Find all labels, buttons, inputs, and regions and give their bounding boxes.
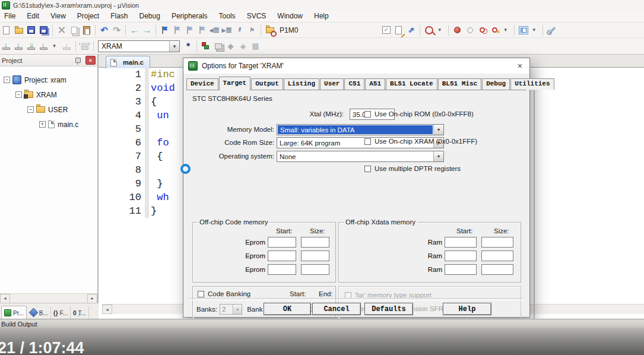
comment-icon[interactable]: //: [234, 24, 245, 36]
checkbox-icon[interactable]: [364, 166, 371, 172]
wrench-icon[interactable]: [546, 24, 557, 36]
dropdown-icon[interactable]: ▾: [433, 151, 443, 161]
code-banking-checkbox[interactable]: Code Banking: [198, 290, 250, 297]
dialog-close-icon[interactable]: ×: [515, 61, 525, 71]
unindent-icon[interactable]: ◂≣: [209, 24, 220, 36]
save-icon[interactable]: [26, 24, 37, 36]
ram-start-input[interactable]: [445, 251, 477, 261]
tree-item-target[interactable]: − XRAM: [0, 87, 97, 102]
tab-templates[interactable]: 0T...: [71, 306, 89, 319]
find-in-files-icon[interactable]: [264, 24, 275, 36]
scroll-right-icon[interactable]: ▸: [87, 294, 97, 303]
file-properties-icon[interactable]: [393, 24, 404, 36]
magnifier-dropdown-icon[interactable]: ▾: [434, 24, 445, 36]
tree-item-group[interactable]: − USER: [0, 102, 97, 117]
undo-icon[interactable]: ↶: [99, 24, 110, 36]
close-panel-icon[interactable]: ×: [85, 56, 96, 65]
project-horizontal-scrollbar[interactable]: ◂ ▸: [0, 293, 97, 303]
breakpoint-dropdown-icon[interactable]: ▾: [500, 24, 511, 36]
view-magnifier-icon[interactable]: [423, 24, 434, 36]
expand-icon[interactable]: +: [39, 121, 46, 128]
menu-item[interactable]: Window: [277, 12, 303, 20]
menu-item[interactable]: File: [4, 12, 15, 20]
build-output-console[interactable]: Program Size: data=9.0 xdata=300 code=44…: [0, 328, 644, 355]
menu-item[interactable]: Debug: [139, 12, 160, 20]
uncomment-icon[interactable]: /×: [246, 24, 258, 36]
eprom-size-input[interactable]: [301, 237, 329, 248]
build-icon[interactable]: ↓: [13, 40, 24, 52]
bookmark-next-icon[interactable]: [172, 24, 183, 36]
nav-forward-icon[interactable]: →: [141, 24, 153, 36]
window-layout-dropdown-icon[interactable]: ▾: [528, 24, 540, 36]
pack-installer-icon[interactable]: ▦: [250, 40, 261, 52]
use-onchip-xram-checkbox[interactable]: Use On-chip XRAM (0x0-0x1FFF): [364, 138, 477, 145]
dropdown-check-icon[interactable]: ✓: [380, 24, 392, 36]
rebuild-icon[interactable]: ↓↓: [26, 40, 37, 52]
collapse-icon[interactable]: −: [27, 106, 34, 113]
dialog-tab[interactable]: A51: [365, 78, 385, 90]
dialog-tab[interactable]: Utilities: [510, 78, 554, 90]
menu-item[interactable]: Edit: [27, 12, 39, 20]
flash-diamond-icon[interactable]: ◆: [225, 40, 236, 52]
breakpoint-disable-icon[interactable]: [477, 24, 488, 36]
eprom-start-input[interactable]: [268, 264, 296, 275]
ram-size-input[interactable]: [481, 264, 513, 275]
dialog-tab[interactable]: BL51 Locate: [386, 78, 437, 90]
checkbox-icon[interactable]: [364, 138, 371, 145]
menu-item[interactable]: Tools: [219, 12, 236, 20]
ram-start-input[interactable]: [445, 237, 477, 248]
target-select-dropdown-icon[interactable]: ▾: [169, 41, 179, 52]
nav-back-icon[interactable]: ←: [129, 24, 140, 36]
open-file-icon[interactable]: [13, 24, 24, 36]
tree-item-project[interactable]: − Project: xram: [0, 72, 97, 87]
batch-build-icon[interactable]: ↓: [38, 40, 49, 52]
dialog-tab[interactable]: Debug: [482, 78, 510, 90]
dialog-tab[interactable]: Listing: [284, 78, 319, 90]
collapse-icon[interactable]: −: [15, 91, 22, 98]
ram-start-input[interactable]: [445, 264, 477, 275]
banks-select[interactable]: 2▾: [220, 304, 242, 315]
checkbox-icon[interactable]: [198, 291, 204, 297]
editor-tab-mainc[interactable]: main.c: [106, 56, 150, 68]
save-all-icon[interactable]: [38, 24, 49, 36]
breakpoint-icon[interactable]: [452, 24, 463, 36]
eprom-size-input[interactable]: [301, 251, 329, 261]
window-layout-icon[interactable]: [518, 24, 529, 36]
find-combo-value[interactable]: P1M0: [280, 26, 298, 34]
batch-build-dropdown-icon[interactable]: ▾: [49, 40, 60, 52]
build-output-header[interactable]: Build Output: [0, 319, 644, 328]
breakpoint-empty-icon[interactable]: [464, 24, 475, 36]
tab-functions[interactable]: {}F...: [51, 306, 71, 319]
checkbox-icon[interactable]: [364, 111, 371, 118]
defaults-button[interactable]: Defaults: [364, 303, 413, 315]
dialog-tab[interactable]: Output: [251, 78, 283, 90]
menu-item[interactable]: SVCS: [247, 12, 267, 20]
eprom-start-input[interactable]: [268, 237, 296, 248]
breakpoint-kill-icon[interactable]: [489, 24, 500, 36]
dialog-tab[interactable]: Target: [219, 77, 251, 90]
dialog-tab[interactable]: C51: [344, 78, 364, 90]
multiple-windows-icon[interactable]: [212, 40, 224, 52]
ok-button[interactable]: OK: [264, 303, 311, 315]
ram-size-input[interactable]: [481, 251, 513, 261]
tab-books[interactable]: B...: [27, 306, 51, 319]
download-icon[interactable]: LOAD: [79, 40, 90, 52]
target-select[interactable]: XRAM ▾: [98, 40, 180, 52]
memory-model-select[interactable]: Small: variables in DATA ▾: [277, 124, 444, 135]
dialog-tab[interactable]: User: [320, 78, 344, 90]
cut-icon[interactable]: [56, 24, 67, 36]
copy-icon[interactable]: [68, 24, 80, 36]
menu-item[interactable]: Peripherals: [172, 12, 208, 20]
indent-icon[interactable]: ▸≣: [221, 24, 233, 36]
scroll-left-icon[interactable]: ◂: [0, 294, 10, 303]
new-file-icon[interactable]: [1, 24, 12, 36]
dropdown-icon[interactable]: ▾: [433, 125, 443, 135]
help-button[interactable]: Help: [443, 303, 491, 315]
goto-arrow-icon[interactable]: ⇗: [405, 24, 417, 36]
eprom-size-input[interactable]: [301, 264, 329, 275]
tab-project[interactable]: Pr...: [1, 306, 27, 319]
dialog-tab[interactable]: Device: [186, 78, 218, 90]
stop-build-icon[interactable]: ↓: [61, 40, 72, 52]
scroll-left-icon[interactable]: ◂: [102, 305, 112, 314]
bookmark-prev-icon[interactable]: [184, 24, 195, 36]
